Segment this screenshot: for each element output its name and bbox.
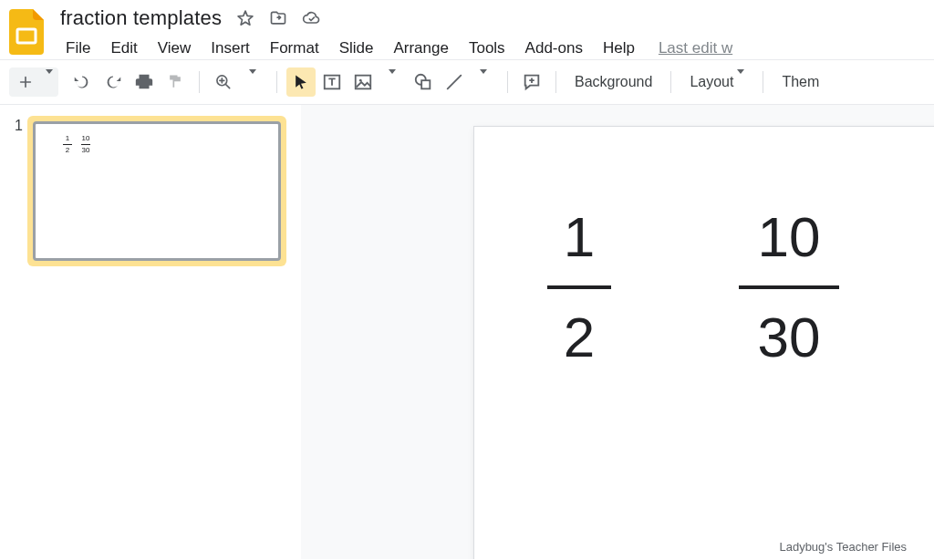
filmstrip-panel[interactable]: 1 12 1030 (0, 105, 301, 559)
menu-tools[interactable]: Tools (460, 36, 514, 60)
menu-arrange[interactable]: Arrange (384, 36, 457, 60)
slide-canvas[interactable]: 1 2 10 30 (474, 127, 934, 559)
fraction-bar (547, 285, 611, 289)
chevron-down-icon (480, 74, 487, 90)
attribution-text: Ladybug's Teacher Files (779, 540, 907, 554)
theme-button[interactable]: Them (773, 67, 828, 97)
shape-button[interactable] (409, 67, 438, 97)
svg-rect-6 (421, 80, 430, 88)
menu-insert[interactable]: Insert (202, 36, 259, 60)
new-slide-button[interactable] (9, 67, 58, 97)
slides-logo[interactable] (9, 9, 46, 55)
menu-help[interactable]: Help (594, 36, 644, 60)
workspace: 1 12 1030 1 2 10 (0, 104, 934, 559)
toolbar-separator (507, 71, 508, 93)
last-edit-link[interactable]: Last edit w (659, 39, 732, 57)
star-icon[interactable] (236, 9, 254, 27)
background-button[interactable]: Background (566, 67, 661, 97)
zoom-control[interactable] (209, 67, 267, 97)
thumb-fraction-2: 1030 (81, 135, 90, 154)
chevron-down-icon (737, 74, 744, 90)
fraction-numerator: 10 (758, 209, 821, 265)
thumb-fraction-1: 12 (63, 135, 72, 154)
menu-slide[interactable]: Slide (330, 36, 383, 60)
toolbar-separator (276, 71, 277, 93)
toolbar-separator (555, 71, 556, 93)
document-title[interactable]: fraction templates (60, 6, 222, 30)
paint-format-button[interactable] (161, 67, 190, 97)
menu-edit[interactable]: Edit (101, 36, 146, 60)
fraction-denominator: 2 (564, 309, 595, 366)
line-tool-button[interactable] (440, 67, 498, 97)
slide-canvas-area[interactable]: 1 2 10 30 Ladybug's Teacher Files (301, 105, 934, 559)
chevron-down-icon (249, 74, 256, 90)
fraction-bar (739, 285, 839, 289)
textbox-button[interactable] (317, 67, 347, 97)
toolbar-separator (670, 71, 671, 93)
layout-button[interactable]: Layout (680, 67, 753, 97)
image-insert-button[interactable] (348, 67, 407, 97)
fraction-denominator: 30 (758, 309, 821, 366)
slide-thumbnail-1[interactable]: 1 12 1030 (15, 116, 286, 266)
fraction-object-2[interactable]: 10 30 (739, 209, 839, 366)
menu-view[interactable]: View (149, 36, 201, 60)
fraction-numerator: 1 (564, 209, 595, 265)
undo-button[interactable] (67, 67, 97, 97)
toolbar: Background Layout Them (0, 60, 934, 104)
chevron-down-icon (389, 74, 396, 90)
menu-bar: File Edit View Insert Format Slide Arran… (57, 35, 925, 62)
toolbar-separator (199, 71, 200, 93)
select-tool-button[interactable] (286, 67, 316, 97)
fraction-object-1[interactable]: 1 2 (547, 209, 611, 366)
move-folder-icon[interactable] (269, 9, 287, 27)
app-header: fraction templates File Edi (0, 0, 934, 59)
slide-number: 1 (15, 116, 27, 266)
menu-file[interactable]: File (57, 36, 99, 60)
toolbar-separator (763, 71, 763, 93)
header-main: fraction templates File Edi (57, 5, 925, 62)
print-button[interactable] (130, 67, 159, 97)
chevron-down-icon (46, 74, 53, 90)
title-row: fraction templates (57, 5, 925, 31)
cloud-saved-icon[interactable] (302, 9, 320, 27)
menu-format[interactable]: Format (261, 36, 328, 60)
menu-addons[interactable]: Add-ons (516, 36, 592, 60)
redo-button[interactable] (99, 67, 128, 97)
comment-button[interactable] (517, 67, 546, 97)
